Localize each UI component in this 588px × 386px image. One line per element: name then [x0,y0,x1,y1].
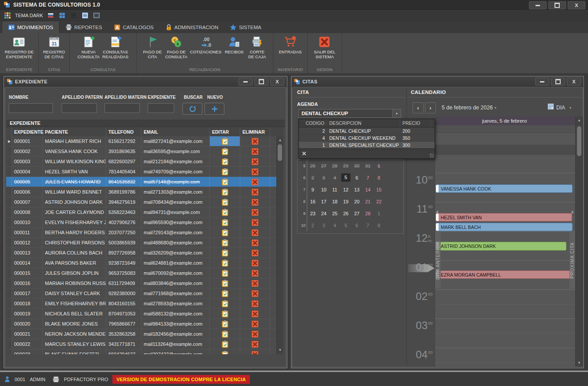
ribbon-button-registro-de-citas[interactable]: 31REGISTRODE CITAS [42,34,67,66]
mini-calendar-day[interactable]: 7 [362,223,373,228]
search-input-apellido-matern[interactable] [104,103,140,113]
table-row[interactable]: 000022MARCUS STANLEY LEWIS3431771871mail… [6,339,277,349]
lines-icon[interactable] [70,11,78,19]
table-row[interactable]: 000010EVELYN FISHERHARVEY J...4027906276… [6,217,277,228]
theme-grid-icon[interactable] [4,11,11,19]
edit-clipboard-icon[interactable] [222,310,228,318]
nuevo-button[interactable] [205,103,224,115]
delete-x-icon[interactable] [252,250,258,256]
calendar-prev-button[interactable]: ‹ [413,102,424,113]
table-row[interactable]: 000008JOE CARTER CLAYMOND5358223463mail9… [6,207,277,217]
edit-clipboard-icon[interactable] [222,341,228,348]
mini-calendar-day[interactable]: 5 [340,223,351,228]
table-row[interactable]: 000005JULES EVANS HOWARD8641535832mail57… [6,177,277,187]
ribbon-button-recibos[interactable]: RECIBOS [223,34,246,66]
mini-calendar-day[interactable]: 8 [373,223,384,228]
document-lines-icon[interactable] [81,11,89,19]
edit-clipboard-icon[interactable] [222,199,228,206]
table-row[interactable]: 000018EMILY FISHERHARVEY BR...8043160155… [6,299,277,309]
mini-calendar-day[interactable]: 20 [351,199,362,204]
maximize-button[interactable] [548,1,566,9]
windows-icon[interactable] [58,11,66,19]
appointment[interactable]: EZRA MORGAN CAMPBELL [435,270,573,279]
mini-calendar-day[interactable]: 19 [340,199,351,204]
citas-maximize-button[interactable] [551,78,565,86]
mini-calendar-day[interactable]: 16 [307,199,318,204]
mini-calendar-day[interactable]: 10 [318,187,329,192]
popup-column-descripcion[interactable]: DESCRIPCION [327,119,400,127]
delete-x-icon[interactable] [252,300,258,307]
ribbon-button-registro-de-expediente[interactable]: REGISTRO DEEXPEDIENTE [4,34,35,66]
mini-calendar-day[interactable]: 21 [362,199,373,204]
edit-clipboard-icon[interactable] [222,249,228,257]
edit-clipboard-icon[interactable] [222,219,228,226]
mini-calendar-day[interactable]: 13 [351,187,362,192]
screen-icon[interactable] [93,11,100,19]
mini-calendar-day[interactable]: 1 [373,163,384,169]
delete-x-icon[interactable] [252,290,258,297]
proxima-cita-strip[interactable]: PROXIMA CITA [569,232,575,289]
edit-clipboard-icon[interactable] [222,239,228,247]
search-input-nombre[interactable] [9,103,53,113]
ribbon-button-consultas-realizadas[interactable]: CONSULTASREALIZADAS [101,34,130,66]
delete-x-icon[interactable] [252,260,258,266]
calendar-date-label[interactable]: 5 de febrero de 2026 [442,105,493,111]
mini-calendar-day[interactable]: 18 [329,199,340,204]
calendar-scrollbar[interactable]: ▲ ▼ [575,116,583,367]
delete-x-icon[interactable] [252,158,258,165]
ribbon-button-pago-de-consulta[interactable]: €$PAGO DECONSULTA [164,34,189,66]
ribbon-button-cotizaciones[interactable]: .00.0COTIZACIONES [189,34,223,66]
delete-x-icon[interactable] [252,311,258,317]
mini-calendar-day[interactable]: 3 [318,223,329,228]
buscar-button[interactable] [182,103,202,115]
table-row[interactable]: 000012CHRISTOPHER PARSONS L...5003865939… [6,238,277,248]
search-input-expediente[interactable] [148,103,174,113]
mini-calendar-day[interactable]: 22 [373,199,384,204]
service-row[interactable]: 4DENTAL CHECKUP WEEKEND350 [299,135,435,142]
table-row[interactable]: 000003WILLIAM WILKINSON KING6822600297ma… [6,157,277,167]
table-row[interactable]: 000021NERON JACKSON MENDEL...3532863258m… [6,329,277,339]
edit-clipboard-icon[interactable] [222,270,228,277]
edit-clipboard-icon[interactable] [222,168,228,176]
mini-calendar-day[interactable]: 23 [307,211,318,216]
clear-filter-icon[interactable] [302,151,306,156]
appointment[interactable]: VANESSA HANK COOK [435,184,573,193]
service-row[interactable]: 2DENTAL CHECKUP200 [299,127,435,135]
citas-titlebar[interactable]: CITAS X [291,76,584,87]
edit-clipboard-icon[interactable] [222,259,228,267]
ribbon-button-salir-del-sistema[interactable]: SALIR DELSISTEMA [313,34,337,66]
calendar-next-button[interactable]: › [425,102,436,113]
service-row[interactable]: 1DENTAL SPECIALIST CHECKUP300 [299,142,435,149]
column-header-eliminar[interactable]: ELIMINAR [240,127,270,136]
mini-calendar-day[interactable]: 26 [340,211,351,216]
mini-calendar-day[interactable]: 6 [351,223,362,228]
mini-calendar-day[interactable]: 24 [318,211,329,216]
expediente-grid-scrollbar[interactable]: ▲ ▼ [276,136,283,354]
mini-calendar-day[interactable]: 7 [362,175,373,180]
table-row[interactable]: 000011BERTHA HARDY ROGERS2037077250mail7… [6,228,277,238]
delete-x-icon[interactable] [252,209,258,216]
table-row[interactable]: 000020BLAKE MOORE JONES7965866677mail984… [6,319,277,329]
resize-grip[interactable] [430,154,434,158]
popup-column-codigo[interactable]: CODIGO [299,119,327,127]
table-row[interactable]: 000006WILLIAM WARD BENNET3689199786mail2… [6,187,277,197]
mini-calendar-day[interactable]: 31 [362,163,373,169]
mini-calendar-day[interactable]: 28 [329,163,340,169]
delete-x-icon[interactable] [252,240,258,246]
table-row[interactable]: 000004HEZEL SMITH VAN7814405404mail74970… [6,167,277,177]
appointment[interactable]: MARK BELL BACH [435,223,573,231]
tab-reportes[interactable]: REPORTES [60,21,108,33]
edit-clipboard-icon[interactable] [222,320,228,328]
ribbon-button-corte-de-caja[interactable]: CORTEDE CAJA [246,34,268,66]
citas-close-button[interactable]: X [567,78,581,86]
table-row[interactable]: 000016MARIAH ROBINSON RUSSEL6311729409ma… [6,278,277,289]
mini-calendar-day[interactable]: 26 [307,163,318,169]
mini-calendar-day[interactable]: 28 [362,211,373,216]
edit-clipboard-icon[interactable] [222,229,228,236]
table-row[interactable]: 000007ASTRID JOHNSON DARK3946275619mail7… [6,197,277,207]
mini-calendar-day[interactable]: 27 [318,163,329,169]
combo-dropdown-icon[interactable]: ▾ [392,109,401,117]
mini-calendar-day[interactable]: 29 [340,163,351,169]
expediente-maximize-button[interactable] [254,78,268,86]
mini-calendar-day[interactable]: 17 [318,199,329,204]
